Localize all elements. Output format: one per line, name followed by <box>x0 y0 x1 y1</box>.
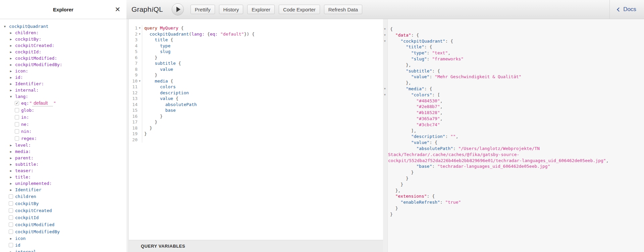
code-token <box>157 26 160 31</box>
fold-arrow-icon[interactable]: ▼ <box>384 86 386 92</box>
fold-arrow-icon[interactable]: ▼ <box>384 38 386 44</box>
collapsed-arrow-icon[interactable]: ▶ <box>10 57 12 60</box>
unchecked-checkbox-icon[interactable] <box>15 122 19 127</box>
collapsed-arrow-icon[interactable]: ▶ <box>10 63 12 66</box>
docs-tab[interactable]: Docs <box>609 0 644 19</box>
expanded-arrow-icon[interactable]: ▼ <box>10 95 12 98</box>
code-token: ( <box>189 32 192 37</box>
unchecked-checkbox-icon[interactable] <box>15 136 19 141</box>
result-line-16: "#365a79", <box>383 116 644 122</box>
tree-row-in[interactable]: in: <box>0 114 126 121</box>
unchecked-checkbox-icon[interactable] <box>9 194 13 199</box>
tree-row-cockpitId[interactable]: cockpitId <box>0 214 126 221</box>
tree-row-cockpitId[interactable]: ▶cockpitId: <box>0 49 126 55</box>
collapsed-arrow-icon[interactable]: ▶ <box>10 182 12 185</box>
collapsed-arrow-icon[interactable]: ▶ <box>10 156 12 160</box>
tree-row-nin[interactable]: nin: <box>0 128 126 135</box>
fold-arrow-icon[interactable]: ▼ <box>138 78 142 84</box>
code-token: "absolutePath" <box>416 146 453 151</box>
code-token: MyQuery <box>160 26 178 31</box>
line-number: 11 <box>129 84 138 90</box>
fold-arrow-icon[interactable]: ▼ <box>384 32 386 38</box>
tree-row-title[interactable]: ▶title: <box>0 174 126 180</box>
close-icon[interactable]: ✕ <box>115 6 120 13</box>
unchecked-checkbox-icon[interactable] <box>9 243 13 247</box>
tree-row-cockpitModified[interactable]: cockpitModified <box>0 221 126 228</box>
toolbar-button-prettify[interactable]: Prettify <box>191 5 215 14</box>
collapsed-arrow-icon[interactable]: ▶ <box>10 44 12 47</box>
tree-row-level[interactable]: ▶level: <box>0 142 126 148</box>
collapsed-arrow-icon[interactable]: ▶ <box>10 237 12 240</box>
tree-row-cockpitBy[interactable]: cockpitBy <box>0 200 126 207</box>
tree-row-cockpitModifiedBy[interactable]: ▶cockpitModifiedBy: <box>0 61 126 68</box>
tree-row-icon[interactable]: ▶icon: <box>0 68 126 74</box>
tree-row-glob[interactable]: glob: <box>0 107 126 114</box>
unchecked-checkbox-icon[interactable] <box>15 129 19 134</box>
tree-row-teaser[interactable]: ▶teaser: <box>0 167 126 174</box>
tree-row-cockpitCreated[interactable]: cockpitCreated <box>0 207 126 214</box>
collapsed-arrow-icon[interactable]: ▶ <box>10 76 12 79</box>
collapsed-arrow-icon[interactable]: ▶ <box>10 50 12 54</box>
unchecked-checkbox-icon[interactable] <box>9 201 13 206</box>
tree-row-cockpitModifiedBy[interactable]: cockpitModifiedBy <box>0 228 126 235</box>
unchecked-checkbox-icon[interactable] <box>9 208 13 213</box>
tree-row-subtitle[interactable]: ▶subtitle: <box>0 161 126 167</box>
unchecked-checkbox-icon[interactable] <box>9 215 13 220</box>
collapsed-arrow-icon[interactable]: ▶ <box>10 69 12 73</box>
execute-button[interactable] <box>172 3 184 15</box>
tree-row-id[interactable]: ▶id: <box>0 74 126 81</box>
collapsed-arrow-icon[interactable]: ▶ <box>10 169 12 172</box>
collapsed-arrow-icon[interactable]: ▶ <box>10 250 12 252</box>
tree-row-id[interactable]: id <box>0 242 126 249</box>
fold-arrow-icon[interactable]: ▼ <box>138 31 142 37</box>
tree-row-Identifier[interactable]: ▶Identifier <box>0 187 126 193</box>
tree-row-cockpitModified[interactable]: ▶cockpitModified: <box>0 55 126 61</box>
expanded-arrow-icon[interactable]: ▼ <box>4 25 6 28</box>
code-token: "enableRefresh" <box>400 200 440 205</box>
arg-value-input[interactable]: default <box>32 100 53 106</box>
tree-row-parent[interactable]: ▶parent: <box>0 155 126 161</box>
query-variables-bar[interactable]: QUERY VARIABLES <box>129 240 383 252</box>
tree-row-lang[interactable]: ▼lang: <box>0 93 126 100</box>
tree-row-ne[interactable]: ne: <box>0 121 126 128</box>
result-line-1: ▼{ <box>383 26 644 32</box>
collapsed-arrow-icon[interactable]: ▶ <box>10 188 12 192</box>
unchecked-checkbox-icon[interactable] <box>9 230 13 234</box>
checked-checkbox-icon[interactable]: ✓ <box>15 101 19 105</box>
tree-row-media[interactable]: ▶media: <box>0 148 126 155</box>
tree-row-cockpitCreated[interactable]: ▶cockpitCreated: <box>0 42 126 49</box>
tree-row-uninplemented[interactable]: ▶uninplemented: <box>0 180 126 187</box>
collapsed-arrow-icon[interactable]: ▶ <box>10 150 12 153</box>
fold-arrow-icon[interactable]: ▼ <box>384 92 386 98</box>
code-token: { <box>176 61 181 66</box>
toolbar-button-explorer[interactable]: Explorer <box>247 5 275 14</box>
collapsed-arrow-icon[interactable]: ▶ <box>10 82 12 86</box>
tree-row-eq[interactable]: ✓eq:"default" <box>0 100 126 107</box>
tree-row-internal[interactable]: ▶internal <box>0 249 126 252</box>
collapsed-arrow-icon[interactable]: ▶ <box>10 31 12 35</box>
tree-row-children[interactable]: children <box>0 193 126 200</box>
tree-row-cockpitBy[interactable]: ▶cockpitBy: <box>0 36 126 42</box>
tree-row-regex[interactable]: regex: <box>0 135 126 142</box>
collapsed-arrow-icon[interactable]: ▶ <box>10 163 12 166</box>
query-editor[interactable]: 1▼query MyQuery {2▼ cockpitQuadrant(lang… <box>129 19 383 240</box>
tree-row-cockpitQuadrant[interactable]: ▼cockpitQuadrant <box>0 23 126 30</box>
tree-row-icon[interactable]: ▶icon <box>0 235 126 242</box>
toolbar-button-refresh-data[interactable]: Refresh Data <box>324 5 362 14</box>
code-token: : { <box>429 140 437 145</box>
fold-arrow-icon[interactable]: ▼ <box>138 25 142 31</box>
explorer-tree[interactable]: ▼cockpitQuadrant▶children:▶cockpitBy:▶co… <box>0 19 126 252</box>
collapsed-arrow-icon[interactable]: ▶ <box>10 89 12 92</box>
tree-row-internal[interactable]: ▶internal: <box>0 87 126 93</box>
collapsed-arrow-icon[interactable]: ▶ <box>10 38 12 41</box>
unchecked-checkbox-icon[interactable] <box>9 222 13 227</box>
toolbar-button-history[interactable]: History <box>219 5 244 14</box>
toolbar-button-code-exporter[interactable]: Code Exporter <box>279 5 320 14</box>
tree-row-children[interactable]: ▶children: <box>0 30 126 36</box>
unchecked-checkbox-icon[interactable] <box>15 108 19 112</box>
collapsed-arrow-icon[interactable]: ▶ <box>10 175 12 179</box>
fold-arrow-icon[interactable]: ▼ <box>384 26 386 32</box>
collapsed-arrow-icon[interactable]: ▶ <box>10 144 12 147</box>
unchecked-checkbox-icon[interactable] <box>15 115 19 119</box>
tree-row-Identifier[interactable]: ▶Identifier: <box>0 81 126 87</box>
